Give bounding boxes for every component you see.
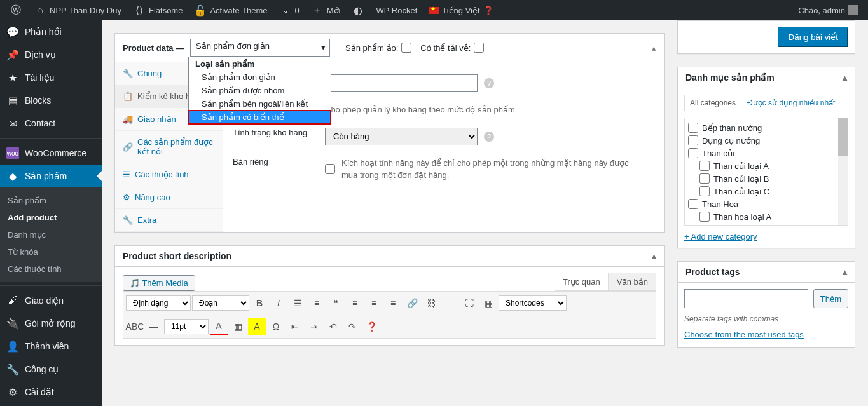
- downloadable-option[interactable]: Có thể tải về:: [420, 43, 484, 53]
- menu-settings[interactable]: ⚙Cài đặt: [0, 381, 102, 403]
- new-link[interactable]: +Mới: [307, 4, 345, 17]
- menu-plugins[interactable]: 🔌Gói mở rộng: [0, 312, 102, 335]
- product-tags-box: Product tags ▴ Thêm Separate tags with c…: [677, 261, 855, 348]
- tab-linked[interactable]: 🔗Các sản phẩm được kết nối: [115, 131, 223, 163]
- menu-resources[interactable]: ★Tài liệu: [0, 66, 102, 89]
- hr-icon[interactable]: —: [145, 318, 163, 335]
- toggle-indicator-icon[interactable]: ▴: [652, 43, 656, 53]
- toggle-indicator-icon[interactable]: ▴: [843, 267, 847, 277]
- submenu-add-product[interactable]: Add product: [0, 209, 102, 226]
- add-tag-button[interactable]: Thêm: [813, 289, 848, 308]
- cat-item[interactable]: Than củi: [688, 147, 844, 159]
- menu-blocks[interactable]: ▤Blocks: [0, 89, 102, 112]
- table-icon[interactable]: ▦: [229, 318, 247, 335]
- publish-button[interactable]: Đăng bài viết: [778, 27, 848, 47]
- outdent-icon[interactable]: ⇤: [286, 318, 304, 335]
- menu-tools[interactable]: 🔧Công cụ: [0, 358, 102, 381]
- product-data-title: Product data —: [123, 43, 184, 53]
- menu-users[interactable]: 👤Thành viên: [0, 335, 102, 358]
- sku-input[interactable]: [325, 74, 478, 92]
- tab-all-categories[interactable]: All categories: [684, 95, 741, 111]
- menu-services[interactable]: 📌Dịch vụ: [0, 43, 102, 66]
- undo-icon[interactable]: ↶: [324, 318, 342, 335]
- seo-indicator[interactable]: ◐: [347, 4, 369, 17]
- unlink-icon[interactable]: ⛓: [422, 294, 440, 312]
- comments-link[interactable]: 🗨0: [275, 4, 304, 17]
- tab-attributes[interactable]: ☰Các thuộc tính: [115, 163, 223, 186]
- cat-item[interactable]: Than củi loại A: [688, 159, 844, 172]
- align-right-icon[interactable]: ≡: [384, 294, 402, 312]
- wp-rocket[interactable]: WP Rocket: [371, 6, 422, 15]
- menu-products[interactable]: ◆Sản phẩm: [0, 165, 102, 187]
- wp-logo[interactable]: ⓦ: [5, 4, 27, 17]
- sold-individually-checkbox[interactable]: [325, 164, 335, 174]
- specialchar-icon[interactable]: Ω: [267, 318, 285, 335]
- align-center-icon[interactable]: ≡: [365, 294, 383, 312]
- activate-theme[interactable]: 🔓Activate Theme: [189, 4, 272, 17]
- help-icon[interactable]: ?: [484, 78, 494, 88]
- admin-sidebar: 💬Phản hồi 📌Dịch vụ ★Tài liệu ▤Blocks ✉Co…: [0, 20, 102, 406]
- menu-appearance[interactable]: 🖌Giao diện: [0, 289, 102, 312]
- cat-item[interactable]: Than củi loại C: [688, 185, 844, 198]
- redo-icon[interactable]: ↷: [343, 318, 361, 335]
- bgcolor-icon[interactable]: A: [248, 318, 266, 335]
- indent-icon[interactable]: ⇥: [305, 318, 323, 335]
- fullscreen-icon[interactable]: ⛶: [460, 294, 478, 312]
- number-list-icon[interactable]: ≡: [308, 294, 326, 312]
- dd-simple[interactable]: Sản phẩm đơn giản: [189, 71, 331, 84]
- stock-status-select[interactable]: Còn hàng: [325, 128, 478, 145]
- textcolor-icon[interactable]: A: [210, 318, 228, 335]
- shortcodes-select[interactable]: Shortcodes: [499, 295, 567, 311]
- italic-icon[interactable]: I: [270, 294, 287, 312]
- toolbar-toggle-icon[interactable]: ▦: [479, 294, 497, 312]
- bullet-list-icon[interactable]: ☰: [289, 294, 307, 312]
- add-new-category-link[interactable]: + Add new category: [684, 232, 757, 241]
- tab-extra[interactable]: 🔧Extra: [115, 209, 223, 232]
- menu-woocommerce[interactable]: wooWooCommerce: [0, 142, 102, 165]
- link-icon[interactable]: 🔗: [403, 294, 421, 312]
- align-left-icon[interactable]: ≡: [346, 294, 364, 312]
- tags-title: Product tags: [685, 267, 740, 277]
- dd-external[interactable]: Sản phẩm bên ngoài/liên kết: [189, 97, 331, 111]
- help-icon[interactable]: ?: [484, 132, 494, 142]
- cat-item[interactable]: Than hoa loại A: [688, 210, 844, 223]
- virtual-option[interactable]: Sản phẩm ảo:: [345, 43, 411, 53]
- strikethrough-icon[interactable]: ABC: [126, 318, 144, 335]
- site-link[interactable]: ⌂NPP Than Duy Duy: [29, 4, 126, 17]
- menu-feedback[interactable]: 💬Phản hồi: [0, 20, 102, 43]
- submenu-tags[interactable]: Từ khóa: [0, 243, 102, 261]
- cat-item[interactable]: Than củi loại B: [688, 172, 844, 185]
- cat-item[interactable]: Bếp than nướng: [688, 121, 844, 134]
- product-type-select[interactable]: Sản phẩm đơn giản ▾: [190, 39, 330, 57]
- quote-icon[interactable]: ❝: [327, 294, 345, 312]
- format-select[interactable]: Định dạng: [126, 295, 191, 311]
- add-media-button[interactable]: 🎵 Thêm Media: [123, 275, 195, 291]
- tab-advanced[interactable]: ⚙Nâng cao: [115, 186, 223, 209]
- scrollbar[interactable]: [838, 118, 848, 225]
- manage-stock-desc: Cho phép quản lý kho hàng theo mức độ sả…: [325, 104, 515, 116]
- theme-link[interactable]: ⟨⟩Flatsome: [128, 4, 187, 17]
- choose-tags-link[interactable]: Choose from the most used tags: [684, 330, 804, 339]
- cat-item[interactable]: Than Hoa: [688, 198, 844, 210]
- text-tab[interactable]: Văn bản: [609, 273, 656, 290]
- visual-tab[interactable]: Trực quan: [555, 273, 609, 290]
- paragraph-select[interactable]: Đoạn: [192, 295, 249, 311]
- tab-most-used[interactable]: Được sử dụng nhiều nhất: [741, 95, 841, 111]
- help-icon[interactable]: ❓: [362, 318, 380, 335]
- readmore-icon[interactable]: —: [441, 294, 459, 312]
- user-greeting[interactable]: Chào, admin: [794, 5, 863, 15]
- menu-contact[interactable]: ✉Contact: [0, 112, 102, 135]
- submenu-categories[interactable]: Danh mục: [0, 226, 102, 243]
- language-switch[interactable]: Tiếng Việt❓: [424, 6, 497, 15]
- bold-icon[interactable]: B: [251, 294, 268, 312]
- toggle-indicator-icon[interactable]: ▴: [843, 72, 847, 83]
- submenu-products-all[interactable]: Sản phẩm: [0, 192, 102, 209]
- product-type-dropdown: Loại sản phẩm Sản phẩm đơn giản Sản phẩm…: [188, 57, 331, 125]
- fontsize-select[interactable]: 11pt: [164, 319, 209, 334]
- dd-grouped[interactable]: Sản phẩm được nhóm: [189, 84, 331, 97]
- cat-item[interactable]: Dụng cụ nướng: [688, 134, 844, 147]
- toggle-indicator-icon[interactable]: ▴: [652, 251, 656, 261]
- dd-variable[interactable]: Sản phẩm có biến thể: [189, 111, 331, 124]
- submenu-attributes[interactable]: Các thuộc tính: [0, 261, 102, 278]
- tag-input[interactable]: [684, 289, 808, 308]
